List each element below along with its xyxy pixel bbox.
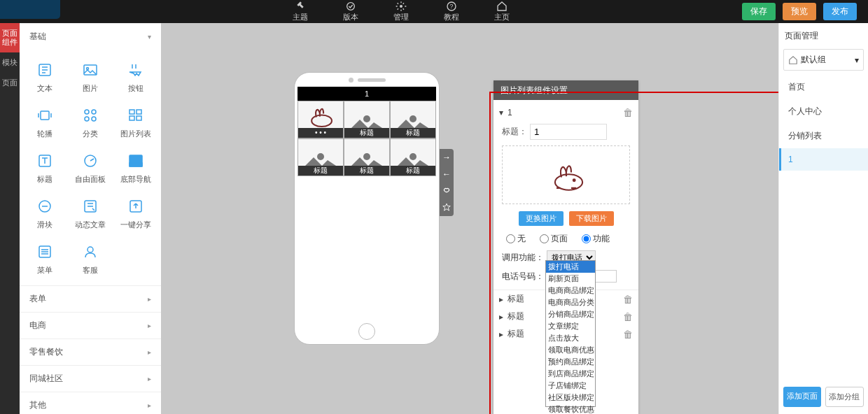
svg-point-30 [410, 153, 416, 160]
rail-modules[interactable]: 模块 [0, 52, 20, 73]
page-item[interactable]: 个人中心 [779, 99, 868, 124]
nav-tutorial[interactable]: ? 教程 [444, 1, 459, 22]
add-group-button[interactable]: 添加分组 [825, 387, 864, 407]
title-input[interactable] [530, 124, 607, 140]
component-panel: 基础 ▾ 文本图片按钮轮播分类图片列表标题自由面板底部导航滑块动态文章一键分享菜… [20, 23, 161, 414]
section-表单-header[interactable]: 表单▸ [20, 285, 161, 312]
section-电商-header[interactable]: 电商▸ [20, 312, 161, 338]
group-select[interactable]: 默认组 ▾ [783, 49, 864, 71]
save-button[interactable]: 保存 [742, 3, 776, 20]
version-icon [345, 1, 356, 12]
change-image-button[interactable]: 更换图片 [519, 211, 564, 226]
dropdown-option[interactable]: 点击放大 [546, 332, 595, 344]
dropdown-option[interactable]: 预约商品绑定 [546, 356, 595, 368]
dropdown-option[interactable]: 社区版块绑定 [546, 392, 595, 404]
tool-arrow-right-icon[interactable]: → [440, 149, 454, 166]
section-label: 表单 [29, 293, 46, 305]
svg-rect-19 [130, 163, 142, 166]
tool-link-icon[interactable] [440, 183, 454, 199]
component-text[interactable]: 文本 [22, 57, 68, 102]
svg-point-9 [92, 110, 96, 114]
radio-page[interactable]: 页面 [540, 233, 568, 245]
component-share[interactable]: 一键分享 [113, 193, 158, 238]
page-manager-footer: 添加页面 添加分组 [779, 380, 868, 414]
section-label: 基础 [29, 31, 46, 43]
chevron-right-icon: ▸ [148, 348, 151, 356]
section-同城社区-header[interactable]: 同城社区▸ [20, 365, 161, 392]
phone-image-cell[interactable]: 标题 [390, 138, 436, 176]
tool-arrow-left-icon[interactable]: ← [440, 166, 454, 183]
chevron-right-icon: ▸ [499, 294, 503, 304]
dropdown-option[interactable]: 领取餐饮优惠券 [546, 404, 595, 414]
phone-dots: • • • [298, 128, 343, 138]
nav-label: 教程 [444, 12, 459, 22]
nav-label: 管理 [393, 12, 409, 22]
section-零售餐饮-header[interactable]: 零售餐饮▸ [20, 338, 161, 365]
phone-image-cell[interactable]: 标题 [390, 101, 436, 138]
component-label: 图片列表 [120, 129, 151, 139]
settings-item-header[interactable]: ▾ 1 🗑 [493, 104, 638, 121]
rail-pages[interactable]: 页面 [0, 73, 20, 93]
dropdown-option[interactable]: 刷新页面 [546, 273, 595, 285]
dropdown-option[interactable]: 到店商品绑定 [546, 368, 595, 380]
nav-version[interactable]: 版本 [343, 1, 358, 22]
dropdown-option[interactable]: 拨打电话 [546, 261, 595, 273]
component-carousel[interactable]: 轮播 [22, 102, 68, 148]
component-slider[interactable]: 滑块 [22, 193, 68, 238]
page-item[interactable]: 1 [779, 148, 868, 171]
page-item[interactable]: 分销列表 [779, 124, 868, 148]
chevron-down-icon: ▾ [499, 108, 503, 117]
slider-icon [36, 197, 54, 215]
component-category[interactable]: 分类 [68, 102, 113, 148]
delete-icon[interactable]: 🗑 [623, 329, 633, 340]
component-menu[interactable]: 菜单 [22, 238, 68, 284]
component-label: 图片 [83, 83, 98, 94]
page-manager-panel: 页面管理 默认组 ▾ 首页个人中心分销列表1 添加页面 添加分组 [778, 23, 868, 414]
preview-button[interactable]: 预览 [783, 3, 816, 20]
dropdown-option[interactable]: 子店铺绑定 [546, 380, 595, 392]
rail-page-components[interactable]: 页面 组件 [0, 23, 20, 52]
nav-theme[interactable]: 主题 [293, 1, 308, 22]
nav-manage[interactable]: 管理 [393, 1, 409, 22]
radio-function[interactable]: 功能 [582, 233, 610, 245]
phone-image-cell[interactable]: 标题 [344, 138, 390, 176]
dropdown-option[interactable]: 电商商品分类 [546, 297, 595, 308]
component-service[interactable]: 客服 [68, 238, 113, 284]
component-bottomnav[interactable]: 底部导航 [113, 148, 158, 193]
component-article[interactable]: 动态文章 [68, 193, 113, 238]
component-label: 自由面板 [75, 174, 106, 185]
dropdown-option[interactable]: 电商商品绑定 [546, 285, 595, 297]
phone-image-cell[interactable]: • • • [298, 101, 344, 138]
settings-header: 图片列表组件设置 [493, 80, 638, 100]
delete-icon[interactable]: 🗑 [623, 311, 633, 322]
delete-icon[interactable]: 🗑 [623, 294, 633, 305]
component-button[interactable]: 按钮 [113, 57, 158, 102]
phone-image-cell[interactable]: 标题 [344, 101, 390, 138]
section-basic-header[interactable]: 基础 ▾ [20, 23, 161, 50]
download-image-button[interactable]: 下载图片 [569, 211, 614, 226]
component-title[interactable]: 标题 [22, 148, 68, 193]
publish-button[interactable]: 发布 [823, 3, 857, 20]
phone-image-cell[interactable]: 标题 [298, 138, 344, 176]
component-imglist[interactable]: 图片列表 [113, 102, 158, 148]
nav-home[interactable]: 主页 [494, 1, 510, 22]
imglist-icon [127, 106, 145, 124]
component-panel[interactable]: 自由面板 [68, 148, 113, 193]
delete-icon[interactable]: 🗑 [623, 107, 633, 118]
button-icon [127, 61, 145, 79]
radio-none[interactable]: 无 [506, 233, 526, 245]
text-icon [36, 61, 54, 79]
section-其他-header[interactable]: 其他▸ [20, 392, 161, 414]
home-icon [788, 55, 798, 65]
dropdown-option[interactable]: 领取电商优惠券 [546, 344, 595, 356]
dropdown-option[interactable]: 分销商品绑定 [546, 308, 595, 320]
tool-star-icon[interactable] [440, 199, 454, 216]
page-item[interactable]: 首页 [779, 75, 868, 99]
svg-point-28 [317, 153, 324, 160]
component-image[interactable]: 图片 [68, 57, 113, 102]
add-page-button[interactable]: 添加页面 [783, 387, 821, 407]
group-label: 默认组 [801, 54, 826, 66]
dropdown-option[interactable]: 文章绑定 [546, 320, 595, 332]
image-buttons: 更换图片 下载图片 [493, 207, 638, 230]
phone-preview: 1 • • •标题标题标题标题标题 [294, 72, 440, 345]
